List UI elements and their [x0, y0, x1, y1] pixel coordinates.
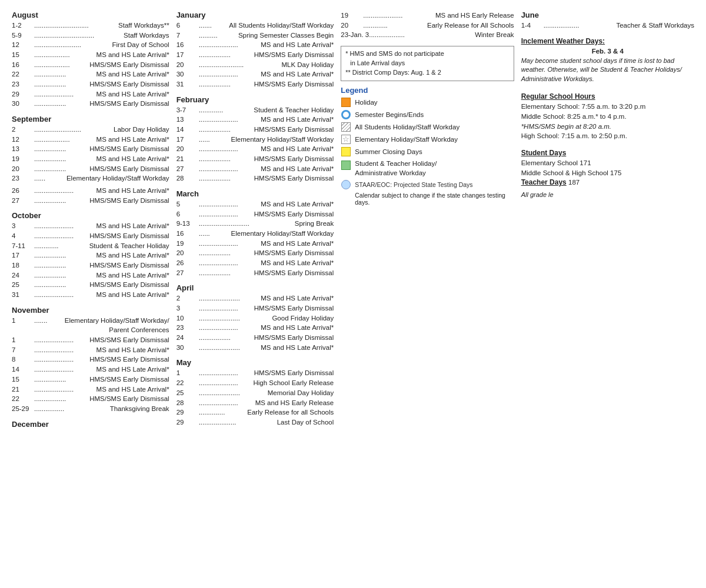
list-item: 23-Jan. 3................... Winter Brea…: [341, 30, 514, 40]
light-blue-circle: [341, 180, 351, 189]
continuation-entries: 19..................... MS and HS Early …: [341, 11, 514, 40]
list-item: 30 ................. HMS/SMS Early Dismi…: [12, 99, 169, 109]
regular-hours-hmssms: *HMS/SMS begin at 8:20 a.m.: [521, 122, 694, 132]
regular-hours-title: Regular School Hours: [521, 92, 694, 102]
list-item: 30.....................MS and HS Late Ar…: [176, 69, 334, 79]
summer-icon: [341, 146, 351, 157]
list-item: Parent Conferences: [12, 325, 169, 335]
student-days-title: Student Days: [521, 148, 694, 158]
legend-semester-label: Semester Begins/Ends: [355, 110, 424, 119]
list-item: 29..............Early Release for all Sc…: [176, 407, 334, 417]
legend-title: Legend: [341, 86, 514, 95]
month-august: August: [12, 11, 169, 19]
list-item: 18.................HMS/SMS Early Dismiss…: [12, 260, 169, 270]
list-item: 24................. HMS/SMS Early Dismis…: [176, 333, 334, 343]
legend-semester: Semester Begins/Ends: [341, 109, 514, 120]
regular-hours-section: Regular School Hours Elementary School: …: [521, 92, 694, 141]
list-item: 1..................... HMS/SMS Early Dis…: [176, 368, 334, 378]
yellow-square: [341, 147, 351, 156]
note-1-cont: in Late Arrival days: [345, 59, 509, 68]
inclement-weather-section: Inclement Weather Days: Feb. 3 & 4 May b…: [521, 36, 694, 83]
list-item: 20 ................. HMS/SMS Early Dismi…: [12, 164, 169, 174]
month-march: March: [176, 189, 334, 198]
list-item: 7-11............. Student & Teacher Holi…: [12, 241, 169, 251]
main-layout: August 1-2 .............................…: [12, 11, 694, 430]
list-item: 17......Elementary Holiday/Staff Workday: [176, 135, 334, 145]
list-item: 22 ................. HMS/SMS Early Dismi…: [12, 394, 169, 404]
holiday-icon: [341, 97, 351, 108]
legend-staar-label: STAAR/EOC: Projected State Testing Days: [355, 181, 472, 189]
list-item: 22.....................High School Early…: [176, 378, 334, 388]
legend-elemholiday: ☆ Elementary Holiday/Staff Workday: [341, 134, 514, 145]
list-item: 16.....................MS and HS Late Ar…: [176, 40, 334, 50]
list-item: 17.................MS and HS Late Arriva…: [12, 250, 169, 260]
list-item: 3..................... HMS/SMS Early Dis…: [176, 303, 334, 313]
list-item: 2 ...................... MS and HS Late …: [176, 293, 334, 303]
list-item: 4.....................HMS/SMS Early Dism…: [12, 231, 169, 241]
list-item: 20.............Early Release for All Sch…: [341, 21, 514, 31]
list-item: 29....................Last Day of School: [176, 417, 334, 427]
month-april: April: [176, 283, 334, 292]
star-shape: ☆: [341, 135, 351, 144]
list-item: 19..................... MS and HS Early …: [341, 11, 514, 21]
list-item: 28.....................MS and HS Early R…: [176, 398, 334, 408]
list-item: 6....... All Students Holiday/Staff Work…: [176, 21, 334, 31]
list-item: 26 .....................MS and HS Late A…: [12, 186, 169, 196]
teacher-days-section: Teacher Days 187: [521, 178, 694, 186]
list-item: 23..................... MS and HS Late A…: [176, 323, 334, 333]
april-entries: 2 ...................... MS and HS Late …: [176, 293, 334, 352]
col-august-december: August 1-2 .............................…: [12, 11, 176, 430]
list-item: 25......................Memorial Day Hol…: [176, 388, 334, 398]
list-item: 1-2 .............................Staff W…: [12, 21, 169, 31]
list-item: 12 ...................MS and HS Late Arr…: [12, 135, 169, 145]
list-item: 16................... HMS/SMS Early Dism…: [12, 60, 169, 70]
legend-studentteacher: Student & Teacher Holiday/Administrative…: [341, 159, 514, 178]
list-item: 27 .....................MS and HS Late A…: [176, 164, 334, 174]
note-2: ** District Comp Days: Aug. 1 & 2: [345, 68, 509, 78]
month-february: February: [176, 95, 334, 104]
inclement-dates: Feb. 3 & 4: [521, 46, 694, 56]
november-entries: 1....... Elementary Holiday/Staff Workda…: [12, 316, 169, 414]
calendar-note: Calendar subject to change if the state …: [341, 192, 514, 206]
list-item: 1....... Elementary Holiday/Staff Workda…: [12, 316, 169, 326]
list-item: 17.................HMS/SMS Early Dismiss…: [176, 50, 334, 60]
list-item: 1-4...................Teacher & Staff Wo…: [521, 21, 694, 31]
legend-elemholiday-label: Elementary Holiday/Staff Workday: [355, 135, 458, 144]
legend-allstudents: All Students Holiday/Staff Workday: [341, 122, 514, 132]
legend-holiday: Holiday: [341, 97, 514, 108]
allstudents-icon: [341, 122, 351, 132]
staar-icon: [341, 179, 351, 190]
regular-hours-middle: Middle School: 8:25 a.m.* to 4 p.m.: [521, 112, 694, 122]
green-square: [341, 161, 351, 170]
list-item: 8 ..................... HMS/SMS Early Di…: [12, 355, 169, 365]
list-item: 20........................MLK Day Holida…: [176, 60, 334, 70]
regular-hours-elementary: Elementary School: 7:55 a.m. to 3:20 p.m: [521, 102, 694, 112]
list-item: 16......Elementary Holiday/Staff Workday: [176, 229, 334, 239]
hatch-square: [341, 122, 351, 132]
teacher-days-title: Teacher Days: [521, 178, 567, 186]
list-item: 24.................MS and HS Late Arriva…: [12, 270, 169, 280]
list-item: 5-9 ................................Staf…: [12, 31, 169, 41]
inclement-title: Inclement Weather Days:: [521, 36, 694, 46]
inclement-note: May become student school days if time i…: [521, 56, 694, 83]
student-days-section: Student Days Elementary School 171 Middl…: [521, 148, 694, 178]
list-item: 7.......... Spring Semester Classes Begi…: [176, 31, 334, 41]
list-item: 5 ..................... MS and HS Late A…: [176, 199, 334, 209]
month-december: December: [12, 420, 169, 429]
list-item: 14.................HMS/SMS Early Dismiss…: [176, 125, 334, 135]
col-january-may: January 6....... All Students Holiday/St…: [176, 11, 341, 430]
student-days-middle-high: Middle School & High School 175: [521, 168, 694, 178]
list-item: 15 ................. HMS/SMS Early Dismi…: [12, 375, 169, 385]
orange-square: [341, 98, 351, 107]
list-item: 30...................... MS and HS Late …: [176, 343, 334, 353]
teacher-days-num: 187: [568, 179, 580, 186]
regular-hours-high: High School: 7:15 a.m. to 2:50 p.m.: [521, 131, 694, 141]
student-days-elementary: Elementary School 171: [521, 158, 694, 168]
month-may: May: [176, 358, 334, 367]
legend-summer-label: Summer Closing Days: [355, 147, 422, 156]
list-item: 27 ................. HMS/SMS Early Dismi…: [12, 196, 169, 206]
legend-studentteacher-label: Student & Teacher Holiday/Administrative…: [355, 159, 437, 178]
list-item: 20................. HMS/SMS Early Dismis…: [176, 248, 334, 258]
list-item: 29.....................MS and HS Late Ar…: [12, 89, 169, 99]
list-item: 12 ......................... First Day o…: [12, 40, 169, 50]
